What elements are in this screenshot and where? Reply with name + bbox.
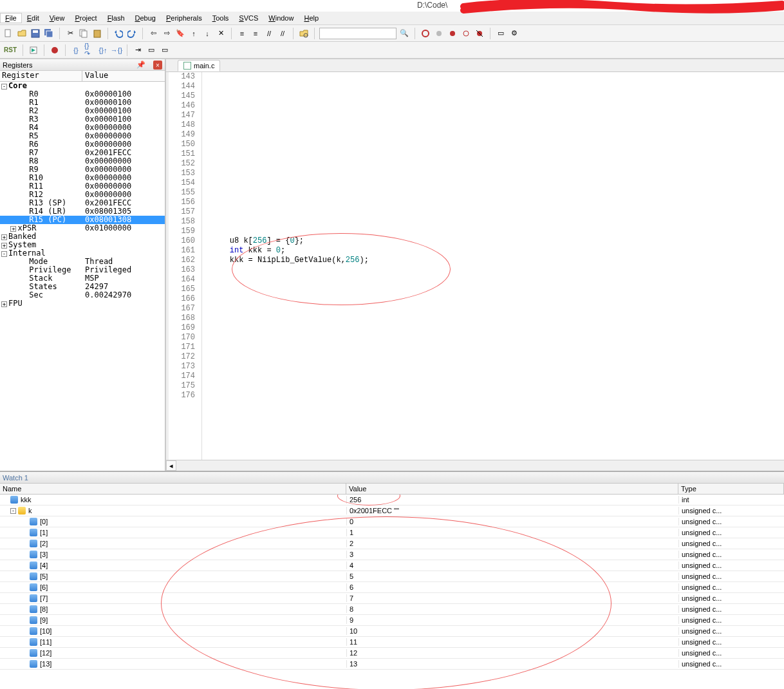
watch-row[interactable]: [12]12unsigned c... — [0, 648, 784, 659]
watch-row[interactable]: [1]1unsigned c... — [0, 527, 784, 538]
menu-view[interactable]: View — [44, 13, 70, 23]
code-line-169[interactable] — [211, 323, 784, 333]
register-row[interactable]: R13 (SP)0x2001FECC — [0, 199, 165, 207]
code-line-174[interactable] — [211, 372, 784, 381]
code-line-155[interactable] — [211, 188, 784, 198]
menu-flash[interactable]: Flash — [102, 13, 130, 23]
open-icon[interactable] — [16, 28, 28, 39]
window-icon[interactable]: ▭ — [495, 28, 507, 39]
menu-help[interactable]: Help — [299, 13, 324, 23]
code-line-146[interactable] — [211, 101, 784, 111]
code-line-164[interactable] — [211, 275, 784, 285]
code-line-166[interactable] — [211, 294, 784, 304]
breakpoint-kill-icon[interactable] — [474, 28, 485, 39]
outdent-icon[interactable]: ≡ — [250, 28, 261, 39]
editor-hscroll[interactable]: ◂ — [166, 460, 784, 471]
run-icon[interactable] — [28, 44, 39, 56]
register-row[interactable]: States24297 — [0, 283, 165, 291]
code-line-171[interactable] — [211, 343, 784, 352]
editor[interactable]: 1431441451461471481491501511521531541551… — [166, 72, 784, 460]
breakpoint-enable-icon[interactable] — [447, 28, 458, 39]
find-folder-icon[interactable] — [298, 28, 310, 39]
disasm-window-icon[interactable]: ▭ — [159, 44, 171, 56]
register-row[interactable]: StackMSP — [0, 274, 165, 283]
register-row[interactable]: R30x00000100 — [0, 115, 165, 124]
step-icon[interactable]: {} — [70, 44, 82, 56]
nav-back-icon[interactable]: ⇦ — [147, 28, 159, 39]
code-line-159[interactable] — [211, 227, 784, 236]
bookmark-next-icon[interactable]: ↓ — [201, 28, 213, 39]
register-row[interactable]: R10x00000100 — [0, 99, 165, 107]
code-line-150[interactable] — [211, 140, 784, 149]
code-line-163[interactable] — [211, 265, 784, 275]
menu-file[interactable]: File — [0, 13, 22, 23]
menu-project[interactable]: Project — [70, 13, 102, 23]
register-row[interactable]: ModeThread — [0, 258, 165, 266]
value-col-header[interactable]: Value — [82, 71, 165, 81]
code-line-148[interactable] — [211, 120, 784, 130]
comment-icon[interactable]: // — [263, 28, 275, 39]
redo-icon[interactable] — [126, 28, 138, 39]
watch-row[interactable]: [11]11unsigned c... — [0, 637, 784, 648]
undo-icon[interactable] — [113, 28, 124, 39]
close-panel-icon[interactable]: × — [153, 61, 162, 70]
watch-col-name[interactable]: Name — [0, 484, 346, 494]
save-icon[interactable] — [30, 28, 41, 39]
copy-icon[interactable] — [78, 28, 89, 39]
bookmark-icon[interactable]: 🔖 — [174, 28, 186, 39]
register-row[interactable]: Sec0.00242970 — [0, 291, 165, 299]
register-row[interactable]: R14 (LR)0x08001305 — [0, 207, 165, 216]
register-row[interactable]: R110x00000000 — [0, 182, 165, 191]
register-row[interactable]: -Core — [0, 82, 165, 90]
find-combo[interactable] — [319, 28, 397, 39]
register-col-header[interactable]: Register — [0, 71, 82, 81]
watch-row[interactable]: [5]5unsigned c... — [0, 571, 784, 582]
reset-button[interactable]: RST — [3, 44, 18, 56]
code-line-143[interactable] — [211, 72, 784, 82]
command-window-icon[interactable]: ▭ — [145, 44, 157, 56]
code-line-151[interactable] — [211, 149, 784, 159]
code-line-153[interactable] — [211, 169, 784, 178]
code-line-176[interactable] — [211, 391, 784, 401]
pin-icon[interactable]: 📌 — [136, 61, 145, 69]
config-icon[interactable]: ⚙ — [509, 28, 520, 39]
new-file-icon[interactable] — [3, 28, 14, 39]
watch-col-type[interactable]: Type — [678, 484, 784, 494]
code-line-175[interactable] — [211, 381, 784, 391]
watch-col-value[interactable]: Value — [346, 484, 678, 494]
menu-debug[interactable]: Debug — [130, 13, 161, 23]
watch-row[interactable]: [13]13unsigned c... — [0, 659, 784, 670]
register-row[interactable]: +Banked — [0, 232, 165, 241]
code-line-168[interactable] — [211, 314, 784, 323]
watch-row[interactable]: [7]7unsigned c... — [0, 593, 784, 604]
watch-row[interactable]: [8]8unsigned c... — [0, 604, 784, 615]
code-line-161[interactable]: int kkk = 0; — [211, 246, 784, 256]
bookmark-prev-icon[interactable]: ↑ — [188, 28, 200, 39]
menu-peripherals[interactable]: Peripherals — [161, 13, 207, 23]
register-row[interactable]: R90x00000000 — [0, 165, 165, 174]
menu-svcs[interactable]: SVCS — [234, 13, 263, 23]
code-line-154[interactable] — [211, 178, 784, 188]
scroll-left-icon[interactable]: ◂ — [166, 460, 176, 471]
watch-body[interactable]: kkk256int-k0x2001FECC ""unsigned c...[0]… — [0, 495, 784, 689]
step-over-icon[interactable]: {}↷ — [84, 44, 95, 56]
nav-fwd-icon[interactable]: ⇨ — [161, 28, 173, 39]
menu-tools[interactable]: Tools — [207, 13, 234, 23]
find-icon[interactable]: 🔍 — [398, 28, 410, 39]
register-row[interactable]: R50x00000000 — [0, 132, 165, 140]
register-row[interactable]: R60x00000000 — [0, 140, 165, 149]
code-line-144[interactable] — [211, 82, 784, 91]
menu-edit[interactable]: Edit — [22, 13, 44, 23]
watch-row[interactable]: [0]0unsigned c... — [0, 516, 784, 527]
breakpoint-insert-icon[interactable] — [433, 28, 445, 39]
step-out-icon[interactable]: {}↑ — [97, 44, 109, 56]
file-tab-main[interactable]: main.c — [178, 60, 220, 71]
run-to-cursor-icon[interactable]: →{} — [111, 44, 122, 56]
uncomment-icon[interactable]: // — [277, 28, 288, 39]
code-line-172[interactable] — [211, 352, 784, 362]
menu-window[interactable]: Window — [263, 13, 299, 23]
code-line-157[interactable] — [211, 207, 784, 217]
register-row[interactable]: R120x00000000 — [0, 191, 165, 199]
register-row[interactable]: R00x00000100 — [0, 90, 165, 99]
register-row[interactable]: R20x00000100 — [0, 107, 165, 115]
